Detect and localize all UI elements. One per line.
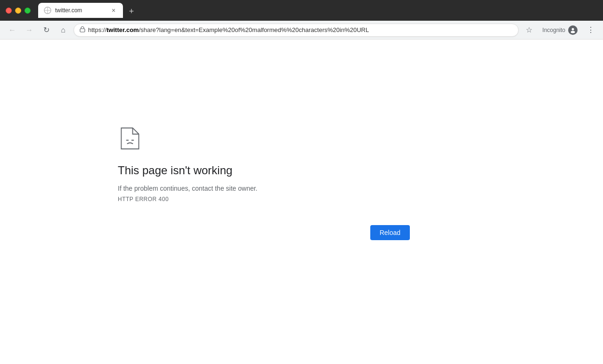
close-button[interactable] <box>6 8 12 14</box>
home-button[interactable]: ⌂ <box>57 24 70 37</box>
tab-close-button[interactable]: × <box>110 7 117 14</box>
forward-icon: → <box>25 26 33 34</box>
error-subtitle: If the problem continues, contact the si… <box>118 185 258 192</box>
error-code: HTTP ERROR 400 <box>118 196 169 202</box>
menu-icon: ⋮ <box>587 25 595 34</box>
new-tab-button[interactable]: + <box>125 5 138 18</box>
browser-frame: twitter.com × + ← → ↻ ⌂ <box>0 0 603 364</box>
tab-title: twitter.com <box>55 7 106 14</box>
error-title: This page isn't working <box>118 164 232 177</box>
traffic-lights <box>6 8 31 14</box>
active-tab[interactable]: twitter.com × <box>38 3 123 18</box>
home-icon: ⌂ <box>61 26 65 34</box>
svg-point-4 <box>572 28 574 30</box>
minimize-button[interactable] <box>15 8 21 14</box>
error-icon <box>118 126 142 153</box>
bookmark-icon: ☆ <box>526 25 532 34</box>
lock-icon <box>80 26 85 34</box>
tab-favicon-icon <box>44 7 51 14</box>
back-button[interactable]: ← <box>6 24 19 37</box>
menu-button[interactable]: ⋮ <box>584 24 597 37</box>
plus-icon: + <box>129 7 134 16</box>
reload-page-button[interactable]: Reload <box>370 225 410 240</box>
nav-right: ☆ Incognito ⋮ <box>522 24 597 37</box>
address-bar[interactable]: https://twitter.com/share?lang=en&text=E… <box>73 24 519 37</box>
bookmark-button[interactable]: ☆ <box>522 24 536 37</box>
incognito-label: Incognito <box>542 27 565 33</box>
url-text: https://twitter.com/share?lang=en&text=E… <box>88 26 513 33</box>
svg-point-5 <box>571 31 575 33</box>
back-icon: ← <box>8 26 16 34</box>
nav-bar: ← → ↻ ⌂ https://twitter.com/share?lang=e… <box>0 21 603 40</box>
incognito-badge[interactable]: Incognito <box>538 24 582 37</box>
reload-button[interactable]: ↻ <box>40 24 53 37</box>
page-content: This page isn't working If the problem c… <box>0 40 603 364</box>
error-container: This page isn't working If the problem c… <box>118 107 410 259</box>
title-bar: twitter.com × + <box>0 0 603 21</box>
incognito-icon <box>568 25 578 35</box>
maximize-button[interactable] <box>24 8 31 14</box>
forward-button[interactable]: → <box>23 24 36 37</box>
tab-bar: twitter.com × + <box>38 3 597 18</box>
reload-icon: ↻ <box>43 25 49 34</box>
svg-rect-3 <box>80 29 85 32</box>
